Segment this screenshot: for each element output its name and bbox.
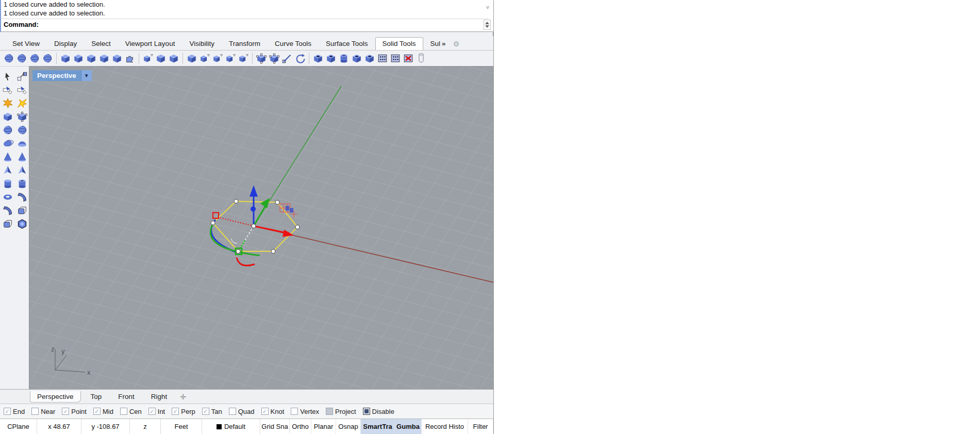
perspective-viewport-canvas[interactable]: z y x Perspective ▼: [29, 67, 493, 389]
extrude-tool-icon[interactable]: [237, 52, 250, 65]
viewport-tab-front[interactable]: Front: [111, 391, 141, 402]
torus-tool-icon[interactable]: [2, 191, 14, 203]
osnap-cen[interactable]: ✓Cen: [120, 408, 142, 415]
viewport-tab-top[interactable]: Top: [84, 391, 109, 402]
sphere-tool-icon[interactable]: [41, 52, 54, 65]
osnap-disable-checkbox[interactable]: ✓: [363, 408, 370, 415]
status-pane-smarttra[interactable]: SmartTra: [361, 419, 395, 434]
menu-tab-sul[interactable]: Sul»: [423, 37, 453, 50]
osnap-point-checkbox[interactable]: ✓: [62, 408, 69, 415]
trim-tool-icon[interactable]: [16, 84, 28, 96]
osnap-cen-checkbox[interactable]: ✓: [120, 408, 127, 415]
status-y-108-67[interactable]: y -108.67: [81, 419, 130, 434]
slash-tool-icon[interactable]: [281, 52, 293, 65]
cube-tool-icon[interactable]: [98, 52, 110, 65]
hexnut-tool-icon[interactable]: [16, 218, 28, 230]
status-feet[interactable]: Feet: [161, 419, 202, 434]
status-cplane[interactable]: CPlane: [0, 419, 37, 434]
status-pane-filter[interactable]: Filter: [468, 419, 493, 434]
cage-tool-icon[interactable]: [255, 52, 268, 65]
extrude-tool-icon[interactable]: [224, 52, 237, 65]
osnap-perp-checkbox[interactable]: ✓: [172, 408, 179, 415]
osnap-quad[interactable]: ✓Quad: [229, 408, 255, 415]
menu-tab-viewport-layout[interactable]: Viewport Layout: [118, 37, 182, 50]
osnap-end-checkbox[interactable]: ✓: [4, 408, 11, 415]
hole-tool-icon[interactable]: [312, 52, 324, 65]
osnap-tan-checkbox[interactable]: ✓: [202, 408, 209, 415]
osnap-project[interactable]: ✓Project: [326, 408, 356, 415]
cube-tool-icon[interactable]: [59, 52, 72, 65]
pyramid-tool-icon[interactable]: [2, 164, 14, 176]
pyramid-tool-icon[interactable]: [16, 164, 28, 176]
toolbar-options-gear-icon[interactable]: ⚙: [453, 40, 462, 50]
hole-tool-icon[interactable]: [351, 52, 363, 65]
tube-tool-icon[interactable]: [16, 178, 28, 190]
cone-tool-icon[interactable]: [2, 151, 14, 163]
osnap-mid-checkbox[interactable]: ✓: [93, 408, 101, 415]
viewport-title-badge[interactable]: Perspective ▼: [32, 70, 92, 81]
cone-tool-icon[interactable]: [16, 151, 28, 163]
sphere-tool-icon[interactable]: [2, 124, 14, 136]
explode-tool-icon[interactable]: [2, 97, 14, 109]
osnap-disable[interactable]: ✓Disable: [363, 408, 394, 415]
extrude-tool-icon[interactable]: [211, 52, 224, 65]
sphere-tool-icon[interactable]: [15, 52, 28, 65]
status-default[interactable]: Default: [202, 419, 260, 434]
viewport-tab-perspective[interactable]: Perspective: [30, 391, 81, 403]
osnap-knot[interactable]: ✓Knot: [261, 408, 285, 415]
puzzle-tool-icon[interactable]: [124, 52, 136, 65]
cube-tool-icon[interactable]: [186, 52, 198, 65]
osnap-project-checkbox[interactable]: ✓: [326, 408, 333, 415]
osnap-knot-checkbox[interactable]: ✓: [261, 408, 269, 415]
cube-tool-icon[interactable]: [2, 110, 14, 123]
tube-tool-icon[interactable]: [338, 52, 350, 65]
status-pane-planar[interactable]: Planar: [311, 419, 336, 434]
rotate-tool-icon[interactable]: [294, 52, 306, 65]
menu-tab-visibility[interactable]: Visibility: [182, 37, 222, 50]
osnap-point[interactable]: ✓Point: [62, 408, 87, 415]
osnap-int-checkbox[interactable]: ✓: [148, 408, 156, 415]
osnap-near-checkbox[interactable]: ✓: [31, 408, 39, 415]
osnap-vertex-checkbox[interactable]: ✓: [291, 408, 298, 415]
sphere-tool-icon[interactable]: [28, 52, 41, 65]
cage-tool-icon[interactable]: [268, 52, 280, 65]
sphere-tool-icon[interactable]: [3, 52, 15, 65]
viewport-title[interactable]: Perspective: [32, 70, 81, 81]
cube-tool-icon[interactable]: [168, 52, 180, 65]
viewport-menu-chevron-icon[interactable]: ▼: [81, 70, 92, 81]
elbow-tool-icon[interactable]: [16, 191, 28, 203]
menu-tab-display[interactable]: Display: [47, 37, 84, 50]
tab-overflow-chevron-icon[interactable]: »: [442, 40, 446, 47]
viewport-tab-right[interactable]: Right: [144, 391, 174, 402]
status-pane-osnap[interactable]: Osnap: [336, 419, 361, 434]
status-pane-record-histo[interactable]: Record Histo: [422, 419, 468, 434]
osnap-vertex[interactable]: ✓Vertex: [291, 408, 319, 415]
cube-tool-icon[interactable]: [111, 52, 123, 65]
extrude-tool-icon[interactable]: [198, 52, 211, 65]
cube-tool-icon[interactable]: [155, 52, 167, 65]
grid-tool-icon[interactable]: [389, 52, 402, 65]
status-z[interactable]: z: [130, 419, 161, 434]
osnap-tan[interactable]: ✓Tan: [202, 408, 222, 415]
grid-tool-icon[interactable]: [376, 52, 389, 65]
command-scroll-spinner[interactable]: [484, 20, 491, 30]
burst-tool-icon[interactable]: [16, 97, 28, 109]
menu-tab-curve-tools[interactable]: Curve Tools: [268, 37, 319, 50]
sphere-tool-icon[interactable]: [16, 124, 28, 136]
status-x-48-67[interactable]: x 48.67: [37, 419, 81, 434]
slab-tool-icon[interactable]: [2, 218, 14, 230]
hole-tool-icon[interactable]: [325, 52, 337, 65]
spinner-up-icon[interactable]: [485, 22, 489, 24]
cursor-tool-icon[interactable]: [2, 70, 14, 83]
trim-tool-icon[interactable]: [2, 84, 14, 96]
osnap-int[interactable]: ✓Int: [148, 408, 165, 415]
new-viewport-tab-icon[interactable]: ✛: [177, 393, 189, 401]
cage-tool-icon[interactable]: [16, 110, 28, 123]
command-history-expand-icon[interactable]: ˅: [484, 4, 492, 14]
status-pane-gumba[interactable]: Gumba: [395, 419, 422, 434]
cube-tool-icon[interactable]: [85, 52, 97, 65]
menu-tab-solid-tools[interactable]: Solid Tools: [375, 37, 423, 50]
menu-tab-transform[interactable]: Transform: [222, 37, 268, 50]
osnap-perp[interactable]: ✓Perp: [172, 408, 195, 415]
move-tool-icon[interactable]: [16, 70, 28, 83]
